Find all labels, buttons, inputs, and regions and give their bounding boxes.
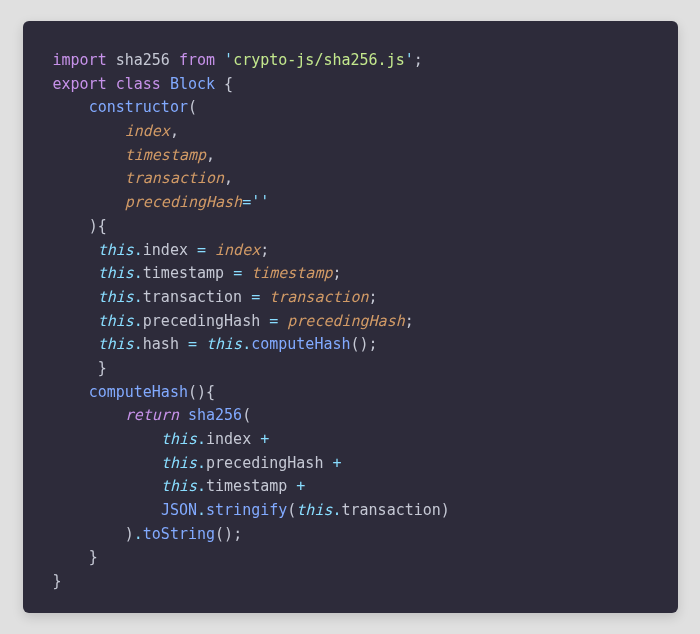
this-keyword: this (98, 264, 134, 282)
property: precedingHash (143, 312, 260, 330)
keyword-class: class (116, 75, 161, 93)
dot: . (332, 501, 341, 519)
tostring-method: toString (143, 525, 215, 543)
indent (53, 406, 125, 424)
dot: . (197, 501, 206, 519)
brace: } (89, 548, 98, 566)
space (206, 241, 215, 259)
dot: . (134, 525, 143, 543)
parens-brace: (){ (188, 383, 215, 401)
space (188, 241, 197, 259)
semicolon: ; (405, 312, 414, 330)
dot: . (197, 454, 206, 472)
space (179, 406, 188, 424)
property: precedingHash (206, 454, 323, 472)
keyword-export: export (53, 75, 107, 93)
keyword-import: import (53, 51, 107, 69)
indent (53, 383, 89, 401)
indent (53, 169, 125, 187)
indent (53, 477, 161, 495)
indent (53, 454, 161, 472)
property: timestamp (206, 477, 287, 495)
paren: ) (441, 501, 450, 519)
keyword-from: from (179, 51, 215, 69)
indent (53, 241, 98, 259)
paren: ) (125, 525, 134, 543)
paren: ( (188, 98, 197, 116)
property: timestamp (143, 264, 224, 282)
indent (53, 288, 98, 306)
paren-brace: ){ (89, 217, 107, 235)
method-name: computeHash (89, 383, 188, 401)
space (179, 335, 188, 353)
this-keyword: this (161, 430, 197, 448)
keyword-return: return (125, 406, 179, 424)
property: transaction (342, 501, 441, 519)
stringify-method: stringify (206, 501, 287, 519)
code-panel: import sha256 from 'crypto-js/sha256.js'… (23, 21, 678, 613)
space (278, 312, 287, 330)
this-keyword: this (161, 454, 197, 472)
method-call: computeHash (251, 335, 350, 353)
indent (53, 312, 98, 330)
space (260, 288, 269, 306)
this-keyword: this (98, 335, 134, 353)
string-literal: crypto-js/sha256.js (233, 51, 405, 69)
space (260, 312, 269, 330)
assign-op: = (233, 264, 242, 282)
brace: } (53, 572, 62, 590)
indent (53, 335, 98, 353)
space (242, 264, 251, 282)
assign-op: = (269, 312, 278, 330)
indent (53, 430, 161, 448)
identifier-sha256: sha256 (116, 51, 170, 69)
comma: , (224, 169, 233, 187)
dot: . (197, 430, 206, 448)
dot: . (242, 335, 251, 353)
indent (53, 501, 161, 519)
property: index (143, 241, 188, 259)
indent (53, 525, 125, 543)
parens: () (215, 525, 233, 543)
semicolon: ; (260, 241, 269, 259)
semicolon: ; (332, 264, 341, 282)
space (224, 264, 233, 282)
semicolon: ; (414, 51, 423, 69)
comma: , (170, 122, 179, 140)
brace: { (215, 75, 233, 93)
assign-op: = (188, 335, 197, 353)
space (287, 477, 296, 495)
paren: ( (242, 406, 251, 424)
indent (53, 193, 125, 211)
param-transaction: transaction (125, 169, 224, 187)
class-name: Block (170, 75, 215, 93)
property: transaction (143, 288, 242, 306)
indent (53, 122, 125, 140)
indent (53, 146, 125, 164)
this-keyword: this (161, 477, 197, 495)
assign-op: = (197, 241, 206, 259)
brace: } (98, 359, 107, 377)
plus-op: + (260, 430, 269, 448)
code-block: import sha256 from 'crypto-js/sha256.js'… (53, 49, 648, 594)
quote: ' (260, 193, 269, 211)
plus-op: + (332, 454, 341, 472)
quote: ' (251, 193, 260, 211)
property: index (206, 430, 251, 448)
value: index (215, 241, 260, 259)
sha256-call: sha256 (188, 406, 242, 424)
quote: ' (224, 51, 233, 69)
this-keyword: this (98, 312, 134, 330)
param-timestamp: timestamp (125, 146, 206, 164)
semicolon: ; (233, 525, 242, 543)
this-keyword: this (206, 335, 242, 353)
indent (53, 548, 89, 566)
value: transaction (269, 288, 368, 306)
dot: . (134, 335, 143, 353)
constructor-keyword: constructor (89, 98, 188, 116)
parens: () (351, 335, 369, 353)
this-keyword: this (98, 241, 134, 259)
space (251, 430, 260, 448)
param-index: index (125, 122, 170, 140)
equals: = (242, 193, 251, 211)
